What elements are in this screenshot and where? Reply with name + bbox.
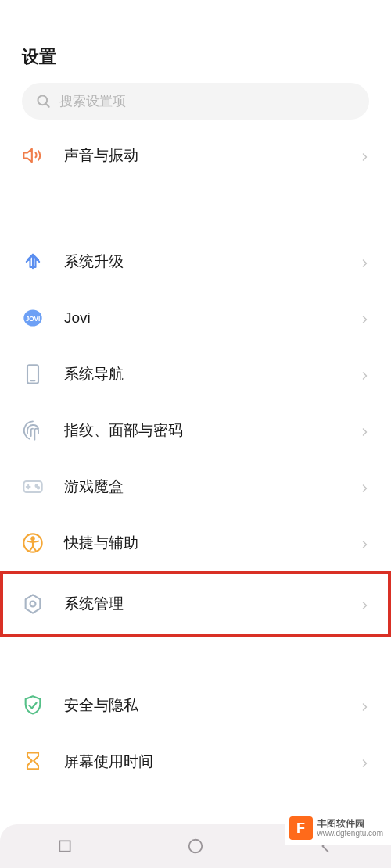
item-label: 系统导航 xyxy=(64,364,339,384)
phone-icon xyxy=(22,363,44,385)
settings-item-biometrics[interactable]: 指纹、面部与密码 xyxy=(0,402,391,459)
item-label: 系统升级 xyxy=(64,252,339,272)
hourglass-icon xyxy=(22,751,44,773)
fingerprint-icon xyxy=(22,420,44,441)
svg-marker-13 xyxy=(26,595,41,613)
item-label: 快捷与辅助 xyxy=(64,533,339,553)
search-input[interactable]: 搜索设置项 xyxy=(22,83,369,120)
svg-point-16 xyxy=(189,840,203,853)
settings-list: 声音与振动 系统升级 JOVI Jovi xyxy=(0,127,391,790)
search-icon xyxy=(36,94,52,109)
svg-line-1 xyxy=(46,103,49,106)
chevron-right-icon xyxy=(360,482,369,491)
chevron-right-icon xyxy=(360,757,369,766)
settings-item-screentime[interactable]: 屏幕使用时间 xyxy=(0,734,391,790)
gear-icon xyxy=(22,593,44,615)
sound-icon xyxy=(22,145,44,166)
nav-home-button[interactable] xyxy=(178,829,213,863)
settings-item-sound[interactable]: 声音与振动 xyxy=(0,127,391,184)
accessibility-icon xyxy=(22,532,44,554)
group-divider xyxy=(0,184,391,234)
svg-point-12 xyxy=(31,537,34,540)
highlight-box: 系统管理 xyxy=(0,571,391,637)
chevron-right-icon xyxy=(360,370,369,379)
settings-item-system-nav[interactable]: 系统导航 xyxy=(0,346,391,402)
status-bar xyxy=(0,0,391,13)
svg-text:JOVI: JOVI xyxy=(26,316,41,323)
settings-item-gamebox[interactable]: 游戏魔盒 xyxy=(0,459,391,515)
chevron-right-icon xyxy=(360,257,369,266)
svg-point-10 xyxy=(38,487,39,488)
nav-recent-button[interactable] xyxy=(48,829,82,863)
gamebox-icon xyxy=(22,476,44,498)
watermark-title: 丰图软件园 xyxy=(317,818,384,829)
jovi-icon: JOVI xyxy=(22,307,44,329)
item-label: 安全与隐私 xyxy=(64,695,339,716)
watermark-url: www.dgfengtu.com xyxy=(317,829,384,838)
item-label: Jovi xyxy=(64,309,339,327)
settings-item-system-upgrade[interactable]: 系统升级 xyxy=(0,234,391,290)
settings-item-security[interactable]: 安全与隐私 xyxy=(0,677,391,734)
svg-point-14 xyxy=(30,602,36,607)
page-title: 设置 xyxy=(0,13,391,83)
watermark-logo-icon: F xyxy=(289,816,313,840)
group-divider xyxy=(0,637,391,677)
item-label: 声音与振动 xyxy=(64,145,339,166)
item-label: 系统管理 xyxy=(64,594,339,614)
settings-item-system-mgmt[interactable]: 系统管理 xyxy=(3,574,388,634)
chevron-right-icon xyxy=(360,538,369,548)
chevron-right-icon xyxy=(360,599,369,609)
chevron-right-icon xyxy=(360,426,369,435)
search-placeholder: 搜索设置项 xyxy=(59,92,126,110)
item-label: 游戏魔盒 xyxy=(64,477,339,497)
watermark: F 丰图软件园 www.dgfengtu.com xyxy=(285,812,392,845)
arrow-up-icon xyxy=(22,251,44,273)
search-container: 搜索设置项 xyxy=(0,83,391,120)
chevron-right-icon xyxy=(360,313,369,323)
shield-icon xyxy=(22,695,44,716)
settings-item-shortcut[interactable]: 快捷与辅助 xyxy=(0,515,391,571)
chevron-right-icon xyxy=(360,701,369,710)
chevron-right-icon xyxy=(360,151,369,160)
settings-item-jovi[interactable]: JOVI Jovi xyxy=(0,290,391,346)
svg-rect-15 xyxy=(60,841,70,851)
item-label: 指纹、面部与密码 xyxy=(64,420,339,441)
item-label: 屏幕使用时间 xyxy=(64,752,339,772)
